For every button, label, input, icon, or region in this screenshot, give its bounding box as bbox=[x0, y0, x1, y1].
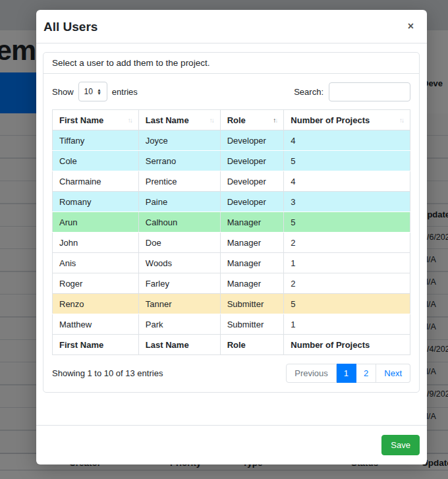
sort-icon: ↑↓ bbox=[128, 117, 132, 124]
table-row[interactable]: AnisWoodsManager1 bbox=[53, 253, 410, 273]
table-header-row: First Name ↑↓ Last Name ↑↓ Role ↑↓ bbox=[53, 110, 410, 130]
entries-info: Showing 1 to 10 of 13 entries bbox=[52, 368, 163, 378]
page-2-button[interactable]: 2 bbox=[356, 364, 376, 383]
datatable-controls: Show 10 ▲▼ entries Search: bbox=[52, 82, 410, 101]
entries-label: entries bbox=[112, 87, 138, 97]
footer-role: Role bbox=[220, 335, 284, 355]
datatable-footer: Showing 1 to 10 of 13 entries Previous 1… bbox=[52, 364, 410, 383]
all-users-modal: All Users × Select a user to add them to… bbox=[36, 10, 427, 465]
users-table: First Name ↑↓ Last Name ↑↓ Role ↑↓ bbox=[52, 109, 410, 355]
footer-projects: Number of Projects bbox=[284, 335, 410, 355]
card-header-text: Select a user to add them to the project… bbox=[43, 53, 419, 74]
table-row[interactable]: CharmainePrenticeDeveloper4 bbox=[53, 171, 410, 192]
table-row[interactable]: TiffanyJoyceDeveloper4 bbox=[53, 130, 410, 151]
sort-icon: ↑↓ bbox=[273, 117, 277, 124]
column-header-last-name[interactable]: Last Name ↑↓ bbox=[138, 110, 220, 130]
footer-first-name: First Name bbox=[53, 335, 139, 355]
previous-page-button[interactable]: Previous bbox=[286, 364, 337, 383]
page-length-value: 10 bbox=[84, 87, 93, 96]
users-card: Select a user to add them to the project… bbox=[43, 52, 420, 393]
show-label: Show bbox=[52, 87, 74, 97]
table-footer-row: First Name Last Name Role Number of Proj… bbox=[53, 335, 410, 355]
table-row[interactable]: ColeSerranoDeveloper5 bbox=[53, 151, 410, 171]
footer-last-name: Last Name bbox=[138, 335, 220, 355]
page-length-select[interactable]: 10 ▲▼ bbox=[78, 82, 107, 101]
table-row[interactable]: MatthewParkSubmitter1 bbox=[53, 314, 410, 335]
modal-body: Select a user to add them to the project… bbox=[36, 43, 427, 410]
search-input[interactable] bbox=[329, 82, 410, 101]
sort-icon: ↑↓ bbox=[399, 117, 403, 124]
search-control: Search: bbox=[294, 82, 410, 101]
table-row[interactable]: RogerFarleyManager2 bbox=[53, 273, 410, 294]
column-header-role[interactable]: Role ↑↓ bbox=[220, 110, 284, 130]
save-button[interactable]: Save bbox=[381, 435, 420, 455]
pagination: Previous 1 2 Next bbox=[286, 364, 410, 383]
sort-icon: ↑↓ bbox=[210, 117, 213, 124]
table-row[interactable]: RenzoTannerSubmitter5 bbox=[53, 294, 410, 314]
select-arrows-icon: ▲▼ bbox=[97, 88, 101, 95]
modal-header: All Users × bbox=[36, 10, 427, 43]
column-header-projects[interactable]: Number of Projects ↑↓ bbox=[284, 110, 410, 130]
modal-title: All Users bbox=[43, 20, 98, 34]
card-body: Show 10 ▲▼ entries Search: bbox=[43, 74, 419, 392]
page-1-button[interactable]: 1 bbox=[337, 364, 356, 383]
table-row[interactable]: ArunCalhounManager5 bbox=[53, 212, 410, 233]
modal-footer: Save bbox=[36, 425, 427, 465]
search-label: Search: bbox=[294, 87, 323, 97]
page-length-control: Show 10 ▲▼ entries bbox=[52, 82, 138, 101]
table-row[interactable]: RomanyPaineDeveloper3 bbox=[53, 192, 410, 212]
close-icon[interactable]: × bbox=[405, 20, 416, 33]
next-page-button[interactable]: Next bbox=[376, 364, 410, 383]
table-row[interactable]: JohnDoeManager2 bbox=[53, 233, 410, 253]
column-header-first-name[interactable]: First Name ↑↓ bbox=[53, 110, 139, 130]
